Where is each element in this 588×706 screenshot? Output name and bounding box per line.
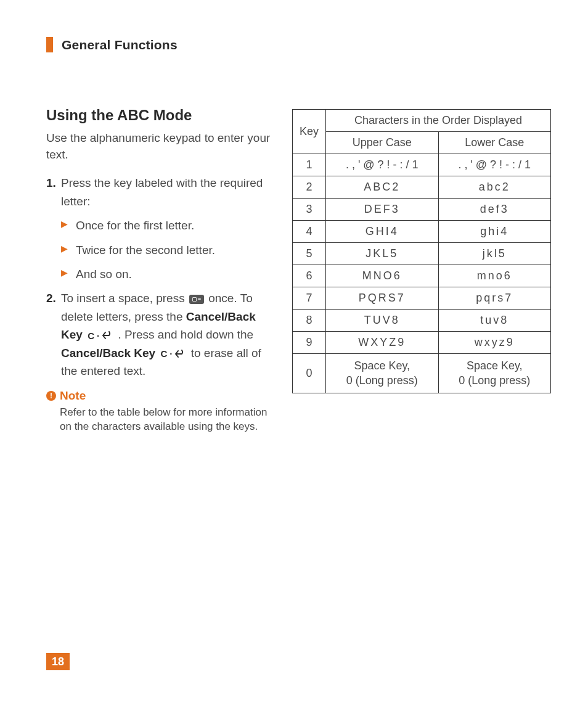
cell-upper: MNO6 [326,265,439,287]
cell-lower: mno6 [438,265,551,287]
left-column: Using the ABC Mode Use the alphanumeric … [46,107,271,434]
th-key: Key [293,110,326,154]
cell-key: 6 [293,265,326,287]
step-1: Press the key labeled with the required … [46,174,271,283]
cancel-back-key-label: Cancel/Back Key [61,347,155,359]
th-lower: Lower Case [438,132,551,154]
note-body: Refer to the table below for more inform… [46,405,271,435]
note-icon: ! [46,391,56,401]
table-row: 2ABC2abc2 [293,176,551,199]
cell-upper: WXYZ9 [326,332,439,354]
th-characters: Characters in the Order Displayed [326,110,551,132]
note-heading: ! Note [46,389,271,403]
cell-upper: GHI4 [326,221,439,243]
cell-key: 4 [293,221,326,243]
list-item: ▶And so on. [61,265,271,283]
cell-key: 2 [293,176,326,199]
steps-list: Press the key labeled with the required … [46,174,271,380]
bullet-text: And so on. [76,268,132,281]
character-table: Key Characters in the Order Displayed Up… [292,109,551,393]
table-row: 0Space Key,0 (Long press)Space Key,0 (Lo… [293,354,551,393]
table-row: 9WXYZ9wxyz9 [293,332,551,354]
cell-lower: pqrs7 [438,287,551,310]
list-item: ▶Twice for the second letter. [61,241,271,259]
th-upper: Upper Case [326,132,439,154]
cell-upper: Space Key,0 (Long press) [326,354,439,393]
step-2: To insert a space, press once. To delete… [46,289,271,380]
table-row: Upper Case Lower Case [293,132,551,154]
cell-upper: . , ' @ ? ! - : / 1 [326,154,439,176]
triangle-icon: ▶ [61,242,68,256]
cancel-letter: C [88,329,94,343]
table-row: 5JKL5jkl5 [293,243,551,265]
bullet-text: Once for the first letter. [76,219,194,232]
table-body: 1. , ' @ ? ! - : / 1. , ' @ ? ! - : / 12… [293,154,551,393]
cell-lower: ghi4 [438,221,551,243]
cell-key: 7 [293,287,326,310]
cell-key: 5 [293,243,326,265]
note-title: Note [60,389,86,403]
cell-lower: wxyz9 [438,332,551,354]
cell-upper: ABC2 [326,176,439,199]
cell-upper: DEF3 [326,199,439,221]
cell-key: 0 [293,354,326,393]
table-row: 6MNO6mno6 [293,265,551,287]
table-head: Key Characters in the Order Displayed Up… [293,110,551,154]
cell-lower: Space Key,0 (Long press) [438,354,551,393]
right-column: Key Characters in the Order Displayed Up… [292,107,551,393]
step-2-text-a: To insert a space, press [61,292,188,305]
cell-lower: tuv8 [438,310,551,332]
cell-key: 3 [293,199,326,221]
triangle-icon: ▶ [61,218,68,231]
cancel-letter: C [160,347,167,361]
cancel-back-key-icon: C· [88,329,113,343]
heading-using-abc-mode: Using the ABC Mode [46,107,271,124]
table-row: 8TUV8tuv8 [293,310,551,332]
cell-lower: def3 [438,199,551,221]
bullet-text: Twice for the second letter. [76,244,215,257]
cell-lower: jkl5 [438,243,551,265]
table-row: Key Characters in the Order Displayed [293,110,551,132]
cell-key: 9 [293,332,326,354]
page: General Functions Using the ABC Mode Use… [0,0,588,434]
cancel-back-key-icon: C· [160,347,186,361]
lead-paragraph: Use the alphanumeric keypad to enter you… [46,130,271,163]
section-title: General Functions [62,38,178,52]
chapter-header: General Functions [46,37,551,52]
cell-upper: TUV8 [326,310,439,332]
cell-key: 1 [293,154,326,176]
cell-lower: . , ' @ ? ! - : / 1 [438,154,551,176]
list-item: ▶Once for the first letter. [61,216,271,234]
table-row: 7PQRS7pqrs7 [293,287,551,310]
cell-upper: PQRS7 [326,287,439,310]
table-row: 1. , ' @ ? ! - : / 1. , ' @ ? ! - : / 1 [293,154,551,176]
cell-upper: JKL5 [326,243,439,265]
cell-key: 8 [293,310,326,332]
cell-lower: abc2 [438,176,551,199]
table-row: 3DEF3def3 [293,199,551,221]
space-key-icon [189,295,204,304]
triangle-icon: ▶ [61,266,68,280]
step-1-bullets: ▶Once for the first letter. ▶Twice for t… [61,216,271,283]
page-number: 18 [46,653,70,670]
step-2-text-c: . Press and hold down the [118,328,253,341]
step-1-text: Press the key labeled with the required … [61,176,263,207]
accent-bar-icon [46,37,53,52]
content-columns: Using the ABC Mode Use the alphanumeric … [46,107,551,434]
table-row: 4GHI4ghi4 [293,221,551,243]
